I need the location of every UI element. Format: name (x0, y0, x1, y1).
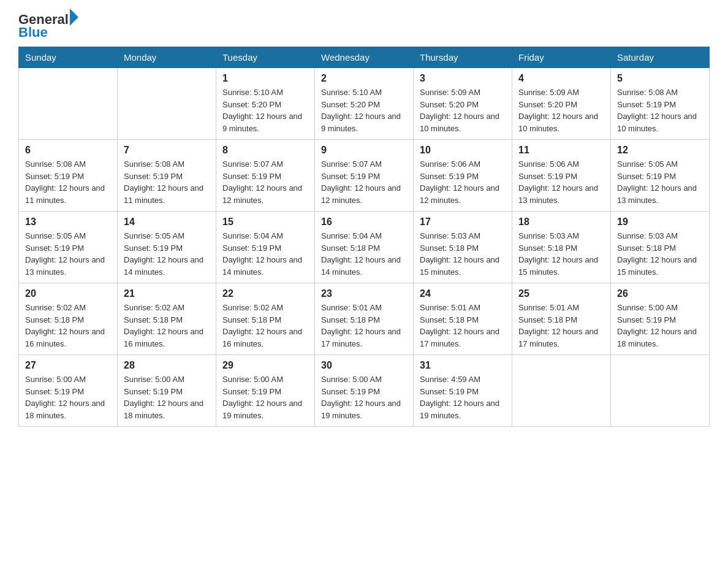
day-number: 30 (321, 360, 407, 371)
day-info: Sunrise: 5:01 AMSunset: 5:18 PMDaylight:… (321, 302, 407, 350)
table-row: 3Sunrise: 5:09 AMSunset: 5:20 PMDaylight… (414, 68, 512, 140)
day-info: Sunrise: 5:01 AMSunset: 5:18 PMDaylight:… (518, 302, 604, 350)
day-info: Sunrise: 5:06 AMSunset: 5:19 PMDaylight:… (518, 158, 604, 206)
day-info: Sunrise: 5:08 AMSunset: 5:19 PMDaylight:… (124, 158, 210, 206)
logo-triangle-icon (70, 9, 78, 26)
day-number: 3 (420, 73, 506, 84)
day-number: 31 (420, 360, 506, 371)
table-row: 21Sunrise: 5:02 AMSunset: 5:18 PMDayligh… (118, 283, 216, 355)
day-number: 4 (518, 73, 604, 84)
table-row: 16Sunrise: 5:04 AMSunset: 5:18 PMDayligh… (315, 212, 414, 283)
table-row: 12Sunrise: 5:05 AMSunset: 5:19 PMDayligh… (611, 140, 710, 212)
day-number: 16 (321, 216, 407, 228)
day-number: 5 (617, 73, 703, 84)
day-info: Sunrise: 5:09 AMSunset: 5:20 PMDaylight:… (420, 86, 506, 134)
calendar-week-1: 1Sunrise: 5:10 AMSunset: 5:20 PMDaylight… (19, 68, 710, 140)
day-number: 8 (222, 145, 308, 156)
day-info: Sunrise: 5:08 AMSunset: 5:19 PMDaylight:… (25, 158, 111, 206)
day-info: Sunrise: 5:07 AMSunset: 5:19 PMDaylight:… (321, 158, 407, 206)
logo: General Blue (18, 12, 78, 40)
table-row: 27Sunrise: 5:00 AMSunset: 5:19 PMDayligh… (19, 355, 118, 427)
day-number: 2 (321, 73, 407, 84)
day-info: Sunrise: 5:05 AMSunset: 5:19 PMDaylight:… (25, 230, 111, 278)
day-info: Sunrise: 5:08 AMSunset: 5:19 PMDaylight:… (617, 86, 703, 134)
day-info: Sunrise: 5:02 AMSunset: 5:18 PMDaylight:… (124, 302, 210, 350)
day-number: 14 (124, 216, 210, 228)
table-row: 24Sunrise: 5:01 AMSunset: 5:18 PMDayligh… (414, 283, 512, 355)
table-row (19, 68, 118, 140)
day-info: Sunrise: 4:59 AMSunset: 5:19 PMDaylight:… (420, 373, 506, 421)
calendar-week-4: 20Sunrise: 5:02 AMSunset: 5:18 PMDayligh… (19, 283, 710, 355)
day-info: Sunrise: 5:05 AMSunset: 5:19 PMDaylight:… (617, 158, 703, 206)
day-info: Sunrise: 5:02 AMSunset: 5:18 PMDaylight:… (222, 302, 308, 350)
day-of-week-tuesday: Tuesday (216, 47, 315, 68)
table-row: 4Sunrise: 5:09 AMSunset: 5:20 PMDaylight… (512, 68, 611, 140)
day-number: 17 (420, 216, 506, 228)
table-row: 9Sunrise: 5:07 AMSunset: 5:19 PMDaylight… (315, 140, 414, 212)
day-info: Sunrise: 5:03 AMSunset: 5:18 PMDaylight:… (420, 230, 506, 278)
table-row (611, 355, 710, 427)
calendar-week-3: 13Sunrise: 5:05 AMSunset: 5:19 PMDayligh… (19, 212, 710, 283)
day-info: Sunrise: 5:01 AMSunset: 5:18 PMDaylight:… (420, 302, 506, 350)
day-info: Sunrise: 5:00 AMSunset: 5:19 PMDaylight:… (321, 373, 407, 421)
day-number: 23 (321, 288, 407, 299)
day-number: 15 (222, 216, 308, 228)
day-of-week-monday: Monday (118, 47, 216, 68)
day-info: Sunrise: 5:03 AMSunset: 5:18 PMDaylight:… (617, 230, 703, 278)
table-row: 7Sunrise: 5:08 AMSunset: 5:19 PMDaylight… (118, 140, 216, 212)
day-number: 9 (321, 145, 407, 156)
day-number: 25 (518, 288, 604, 299)
table-row (118, 68, 216, 140)
day-info: Sunrise: 5:09 AMSunset: 5:20 PMDaylight:… (518, 86, 604, 134)
calendar-table: SundayMondayTuesdayWednesdayThursdayFrid… (18, 47, 710, 427)
table-row: 20Sunrise: 5:02 AMSunset: 5:18 PMDayligh… (19, 283, 118, 355)
day-number: 7 (124, 145, 210, 156)
day-of-week-friday: Friday (512, 47, 611, 68)
day-info: Sunrise: 5:05 AMSunset: 5:19 PMDaylight:… (124, 230, 210, 278)
day-number: 27 (25, 360, 111, 371)
table-row: 29Sunrise: 5:00 AMSunset: 5:19 PMDayligh… (216, 355, 315, 427)
day-info: Sunrise: 5:00 AMSunset: 5:19 PMDaylight:… (222, 373, 308, 421)
table-row: 31Sunrise: 4:59 AMSunset: 5:19 PMDayligh… (414, 355, 512, 427)
calendar-week-5: 27Sunrise: 5:00 AMSunset: 5:19 PMDayligh… (19, 355, 710, 427)
table-row (512, 355, 611, 427)
calendar-header-row: SundayMondayTuesdayWednesdayThursdayFrid… (19, 47, 710, 68)
day-info: Sunrise: 5:00 AMSunset: 5:19 PMDaylight:… (25, 373, 111, 421)
day-number: 29 (222, 360, 308, 371)
day-number: 6 (25, 145, 111, 156)
logo-blue: Blue (18, 25, 78, 40)
table-row: 23Sunrise: 5:01 AMSunset: 5:18 PMDayligh… (315, 283, 414, 355)
day-number: 26 (617, 288, 703, 299)
day-number: 19 (617, 216, 703, 228)
day-number: 1 (222, 73, 308, 84)
table-row: 30Sunrise: 5:00 AMSunset: 5:19 PMDayligh… (315, 355, 414, 427)
table-row: 10Sunrise: 5:06 AMSunset: 5:19 PMDayligh… (414, 140, 512, 212)
day-info: Sunrise: 5:00 AMSunset: 5:19 PMDaylight:… (617, 302, 703, 350)
table-row: 5Sunrise: 5:08 AMSunset: 5:19 PMDaylight… (611, 68, 710, 140)
table-row: 17Sunrise: 5:03 AMSunset: 5:18 PMDayligh… (414, 212, 512, 283)
day-number: 18 (518, 216, 604, 228)
day-info: Sunrise: 5:07 AMSunset: 5:19 PMDaylight:… (222, 158, 308, 206)
day-info: Sunrise: 5:04 AMSunset: 5:19 PMDaylight:… (222, 230, 308, 278)
page-header: General Blue (18, 12, 710, 40)
table-row: 6Sunrise: 5:08 AMSunset: 5:19 PMDaylight… (19, 140, 118, 212)
day-number: 13 (25, 216, 111, 228)
day-number: 11 (518, 145, 604, 156)
day-of-week-thursday: Thursday (414, 47, 512, 68)
table-row: 22Sunrise: 5:02 AMSunset: 5:18 PMDayligh… (216, 283, 315, 355)
table-row: 11Sunrise: 5:06 AMSunset: 5:19 PMDayligh… (512, 140, 611, 212)
table-row: 14Sunrise: 5:05 AMSunset: 5:19 PMDayligh… (118, 212, 216, 283)
day-info: Sunrise: 5:00 AMSunset: 5:19 PMDaylight:… (124, 373, 210, 421)
day-of-week-wednesday: Wednesday (315, 47, 414, 68)
table-row: 15Sunrise: 5:04 AMSunset: 5:19 PMDayligh… (216, 212, 315, 283)
table-row: 25Sunrise: 5:01 AMSunset: 5:18 PMDayligh… (512, 283, 611, 355)
day-number: 24 (420, 288, 506, 299)
day-info: Sunrise: 5:02 AMSunset: 5:18 PMDaylight:… (25, 302, 111, 350)
table-row: 28Sunrise: 5:00 AMSunset: 5:19 PMDayligh… (118, 355, 216, 427)
calendar-week-2: 6Sunrise: 5:08 AMSunset: 5:19 PMDaylight… (19, 140, 710, 212)
day-number: 21 (124, 288, 210, 299)
table-row: 19Sunrise: 5:03 AMSunset: 5:18 PMDayligh… (611, 212, 710, 283)
day-info: Sunrise: 5:06 AMSunset: 5:19 PMDaylight:… (420, 158, 506, 206)
table-row: 18Sunrise: 5:03 AMSunset: 5:18 PMDayligh… (512, 212, 611, 283)
day-number: 20 (25, 288, 111, 299)
